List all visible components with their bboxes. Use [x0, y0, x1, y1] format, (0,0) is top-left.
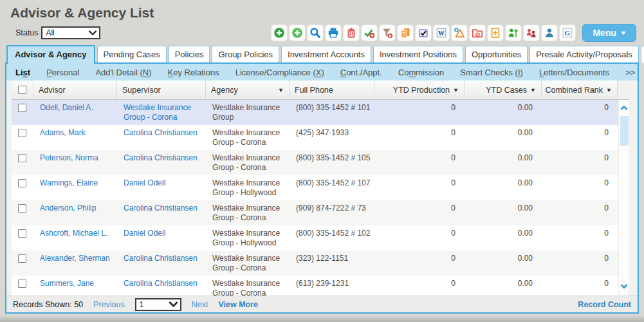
table-row[interactable]: Anderson, Philip Carolina Christiansen W…: [12, 200, 629, 225]
menu-button[interactable]: Menu: [582, 24, 636, 42]
delete-icon[interactable]: [343, 24, 360, 41]
advisor-link[interactable]: Alexander, Sherman: [40, 254, 110, 263]
column-header-agency[interactable]: Agency▼: [206, 80, 290, 99]
menu-button-label: Menu: [593, 28, 616, 38]
column-header-ytd-production[interactable]: YTD Production▼: [374, 80, 465, 99]
tab-more[interactable]: >>: [641, 46, 644, 62]
scrollbar-thumb[interactable]: [620, 116, 629, 146]
row-checkbox[interactable]: [18, 104, 26, 112]
status-select[interactable]: All: [41, 26, 100, 39]
agency-cell: Westlake Insurance Group - Corona: [206, 251, 290, 276]
table-row[interactable]: Summers, Jane Carolina Christiansen West…: [12, 276, 629, 296]
add-dark-icon[interactable]: [271, 24, 288, 41]
tab-presale-activity[interactable]: Presale Activity/Proposals: [529, 46, 639, 62]
phone-cell: (323) 122-1151: [290, 251, 374, 276]
advisor-link[interactable]: Summers, Jane: [40, 279, 94, 288]
submenu-addl-detail[interactable]: Add'l Detail (N): [95, 68, 151, 77]
status-label: Status: [15, 28, 38, 37]
check-add-icon[interactable]: [361, 24, 378, 41]
group-red-icon[interactable]: [523, 24, 540, 41]
table-row[interactable]: Ashcroft, Michael L. Daniel Odell Westla…: [12, 225, 629, 251]
row-checkbox[interactable]: [18, 204, 26, 213]
ytd-production-cell: 0: [374, 276, 465, 296]
scroll-down-icon[interactable]: [620, 281, 627, 289]
page-select[interactable]: 1: [135, 298, 181, 311]
filter-icon[interactable]: ▼: [278, 87, 284, 93]
submenu-smart-checks[interactable]: Smart Checks (I): [460, 68, 523, 77]
row-checkbox[interactable]: [18, 254, 26, 263]
add-icon[interactable]: [289, 24, 306, 41]
vertical-scrollbar[interactable]: [618, 100, 629, 296]
print-icon[interactable]: [325, 24, 342, 41]
tasks-checkbox-icon[interactable]: [415, 24, 432, 41]
submenu-letters-documents[interactable]: Letters/Documents: [539, 68, 609, 77]
tab-investment-positions[interactable]: Investment Positions: [373, 46, 463, 62]
column-header-supervisor[interactable]: Supervisor: [117, 80, 206, 99]
supervisor-link[interactable]: Westlake Insurance Group - Corona: [124, 103, 191, 122]
previous-button[interactable]: Previous: [93, 300, 125, 309]
tab-group-policies[interactable]: Group Policies: [212, 46, 279, 62]
table-row[interactable]: Warnings, Elaine Daniel Odell Westlake I…: [12, 175, 629, 200]
filter-icon[interactable]: ▼: [530, 87, 536, 93]
tab-policies[interactable]: Policies: [169, 46, 210, 62]
submenu-license-compliance[interactable]: License/Compliance (X): [235, 68, 324, 77]
select-all-checkbox[interactable]: [18, 86, 26, 94]
advisor-link[interactable]: Warnings, Elaine: [40, 178, 98, 187]
record-count-button[interactable]: Record Count: [578, 300, 631, 309]
column-header-ytd-cases[interactable]: YTD Cases▼: [465, 80, 542, 99]
tab-pending-cases[interactable]: Pending Cases: [97, 46, 167, 62]
supervisor-link[interactable]: Daniel Odell: [124, 178, 165, 187]
column-header-full-phone[interactable]: Full Phone: [290, 80, 374, 99]
row-checkbox[interactable]: [18, 179, 26, 187]
view-more-button[interactable]: View More: [218, 300, 258, 309]
table-header-row: Advisor Supervisor Agency▼ Full Phone YT…: [12, 80, 629, 100]
filter-icon[interactable]: ▼: [606, 87, 612, 93]
advisor-link[interactable]: Peterson, Norma: [40, 153, 98, 162]
folder-settings-icon[interactable]: [469, 24, 486, 41]
submenu-personal[interactable]: Personal: [46, 68, 79, 77]
tab-advisor-agency[interactable]: Advisor & Agency: [6, 45, 95, 64]
ytd-cases-cell: 0.00: [465, 150, 542, 175]
row-checkbox[interactable]: [18, 154, 26, 162]
next-button[interactable]: Next: [192, 300, 208, 309]
tab-investment-accounts[interactable]: Investment Accounts: [281, 46, 371, 62]
top-bar: Advisor & Agency List Status All W: [0, 0, 644, 43]
filter-clear-icon[interactable]: [379, 24, 396, 41]
advisor-link[interactable]: Adams, Mark: [40, 128, 86, 137]
filter-icon[interactable]: ▼: [453, 87, 459, 93]
notes-icon[interactable]: [397, 24, 414, 41]
advisors-green-icon[interactable]: [505, 24, 522, 41]
row-checkbox[interactable]: [18, 229, 26, 238]
column-header-combined-rank[interactable]: Combined Rank▼: [542, 80, 618, 99]
search-icon[interactable]: [307, 24, 324, 41]
submenu-list[interactable]: List: [15, 68, 30, 77]
row-checkbox[interactable]: [18, 279, 26, 288]
submenu-commission[interactable]: Commission: [398, 68, 445, 77]
table-row[interactable]: Adams, Mark Carolina Christiansen Westla…: [12, 125, 629, 150]
table-row[interactable]: Odell, Daniel A. Westlake Insurance Grou…: [12, 100, 629, 125]
file-add-icon[interactable]: [487, 24, 504, 41]
supervisor-link[interactable]: Carolina Christiansen: [124, 254, 198, 263]
submenu-cont-appt[interactable]: Cont./Appt.: [340, 68, 382, 77]
table-row[interactable]: Alexander, Sherman Carolina Christiansen…: [12, 251, 629, 276]
alert-add-icon[interactable]: [451, 24, 468, 41]
supervisor-link[interactable]: Carolina Christiansen: [124, 128, 198, 137]
table-row[interactable]: Peterson, Norma Carolina Christiansen We…: [12, 150, 629, 175]
supervisor-link[interactable]: Carolina Christiansen: [124, 204, 198, 213]
ytd-cases-cell: 0.00: [465, 100, 542, 125]
column-header-advisor[interactable]: Advisor: [33, 80, 117, 99]
advisor-link[interactable]: Odell, Daniel A.: [40, 103, 93, 112]
submenu-key-relations[interactable]: Key Relations: [167, 68, 219, 77]
contact-blue-icon[interactable]: [541, 24, 558, 41]
supervisor-link[interactable]: Daniel Odell: [124, 229, 165, 238]
row-checkbox[interactable]: [18, 129, 26, 137]
supervisor-link[interactable]: Carolina Christiansen: [124, 279, 198, 288]
supervisor-link[interactable]: Carolina Christiansen: [124, 153, 198, 162]
scroll-up-icon[interactable]: [620, 105, 627, 112]
tab-opportunities[interactable]: Opportunities: [465, 46, 528, 62]
advisor-link[interactable]: Anderson, Philip: [40, 204, 96, 213]
advisor-link[interactable]: Ashcroft, Michael L.: [40, 229, 107, 238]
word-doc-icon[interactable]: W: [433, 24, 450, 41]
google-icon[interactable]: G: [559, 24, 576, 41]
submenu-more[interactable]: >>: [625, 68, 635, 77]
